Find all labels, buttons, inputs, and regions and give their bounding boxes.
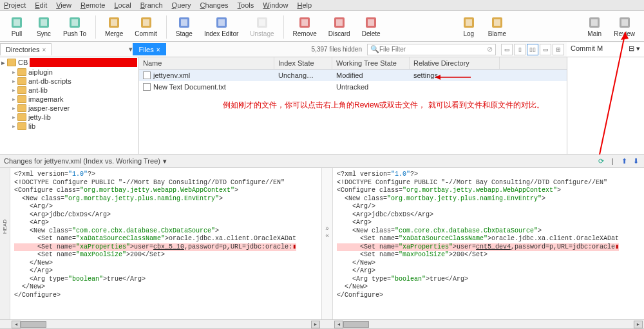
commit-button[interactable]: Commit bbox=[129, 15, 162, 39]
svg-rect-11 bbox=[181, 19, 187, 26]
refresh-icon[interactable]: ⟳ bbox=[596, 156, 605, 165]
view-btn-1[interactable]: ▭ bbox=[501, 44, 513, 55]
commit-panel[interactable] bbox=[567, 57, 644, 154]
svg-rect-7 bbox=[111, 19, 117, 26]
folder-icon bbox=[17, 77, 26, 85]
menu-remote[interactable]: Remote bbox=[80, 1, 106, 9]
diff-header: Changes for jettyenv.xml (Index vs. Work… bbox=[0, 154, 644, 168]
toolbar-label: Unstage bbox=[250, 30, 274, 37]
scrollbar-left[interactable]: ◄► bbox=[10, 319, 321, 328]
merge-button[interactable]: Merge bbox=[100, 15, 128, 39]
column-header[interactable]: Name bbox=[139, 57, 274, 69]
files-panel: NameIndex StateWorking Tree StateRelativ… bbox=[139, 57, 567, 154]
view-btn-2[interactable]: ▯ bbox=[514, 44, 526, 55]
view-btn-3[interactable]: ▯▯ bbox=[527, 44, 538, 55]
view-btn-5[interactable]: ⊞ bbox=[553, 44, 564, 55]
file-row[interactable]: jettyenv.xmlUnchang…Modifiedsettings bbox=[139, 70, 567, 81]
tree-item-ant-db-scripts[interactable]: ▸ant-db-scripts bbox=[0, 77, 138, 86]
menu-project[interactable]: Project bbox=[4, 1, 26, 9]
tree-item-imagemark[interactable]: ▸imagemark bbox=[0, 95, 138, 104]
remove-button[interactable]: Remove bbox=[288, 15, 322, 39]
push-icon bbox=[68, 16, 81, 29]
view-mode-buttons: ▭ ▯ ▯▯ ▭ ⊞ bbox=[498, 44, 567, 55]
tab-directories[interactable]: Directories × bbox=[0, 43, 52, 55]
close-icon[interactable]: × bbox=[156, 46, 160, 53]
menu-query[interactable]: Query bbox=[172, 1, 191, 9]
file-row[interactable]: New Text Document.txtUntracked bbox=[139, 81, 567, 93]
discard-button[interactable]: Discard bbox=[323, 15, 355, 39]
review-button[interactable]: Review bbox=[609, 15, 640, 39]
annotation-text: 例如刚才的文件，你可以点击右上角的Review或双击文件， 就可以看到文件和原文… bbox=[223, 100, 544, 111]
svg-rect-25 bbox=[494, 19, 500, 26]
menu-bar: ProjectEditViewRemoteLocalBranchQueryCha… bbox=[0, 0, 644, 11]
svg-rect-5 bbox=[71, 19, 78, 26]
menu-branch[interactable]: Branch bbox=[140, 1, 163, 9]
toolbar-label: Index Editor bbox=[204, 30, 238, 37]
diff-right-pane[interactable]: <?xml version="1.0"?> <!DOCTYPE Configur… bbox=[333, 168, 644, 319]
tree-item-jetty-lib[interactable]: ▸jetty-lib bbox=[0, 113, 138, 122]
toolbar-label: Commit bbox=[135, 30, 156, 37]
column-header[interactable]: Index State bbox=[274, 57, 332, 69]
close-icon[interactable]: × bbox=[43, 46, 46, 53]
log-button[interactable]: Log bbox=[456, 15, 482, 39]
toolbar-label: Blame bbox=[488, 30, 506, 37]
delete-button[interactable]: Delete bbox=[357, 15, 386, 39]
toolbar-label: Merge bbox=[105, 30, 123, 37]
diff-left-pane[interactable]: <?xml version="1.0"?> <!DOCTYPE Configur… bbox=[10, 168, 321, 319]
scrollbar-right[interactable]: ◄► bbox=[333, 319, 644, 328]
svg-rect-3 bbox=[41, 19, 47, 26]
unstage-button[interactable]: Unstage bbox=[245, 15, 279, 39]
clear-icon[interactable]: ⊘ bbox=[487, 45, 493, 53]
push-to-button[interactable]: Push To bbox=[58, 15, 91, 39]
dropdown-icon[interactable]: ⊟ ▾ bbox=[629, 44, 640, 53]
file-filter-input[interactable] bbox=[379, 46, 487, 53]
menu-tools[interactable]: Tools bbox=[238, 1, 254, 9]
pull-button[interactable]: Pull bbox=[4, 15, 30, 39]
view-btn-4[interactable]: ▭ bbox=[540, 44, 551, 55]
folder-icon bbox=[17, 104, 26, 112]
main-split: ▸CB▸aiplugin▸ant-db-scripts▸ant-lib▸imag… bbox=[0, 57, 644, 154]
file-name: jettyenv.xml bbox=[153, 71, 190, 79]
menu-edit[interactable]: Edit bbox=[35, 1, 47, 9]
next-diff-icon[interactable]: ⬇ bbox=[631, 156, 640, 165]
svg-rect-13 bbox=[218, 19, 225, 26]
menu-window[interactable]: Window bbox=[263, 1, 288, 9]
tree-item-label: lib bbox=[28, 122, 35, 130]
tree-item-ant-lib[interactable]: ▸ant-lib bbox=[0, 86, 138, 95]
tree-item-label: ant-db-scripts bbox=[28, 77, 71, 85]
folder-icon bbox=[17, 122, 26, 130]
tab-directories-label: Directories bbox=[6, 46, 40, 53]
toolbar-label: Stage bbox=[176, 30, 193, 37]
commit-icon bbox=[140, 16, 153, 29]
merge-icon bbox=[108, 16, 120, 29]
main-button[interactable]: Main bbox=[582, 15, 607, 39]
directories-panel[interactable]: ▸CB▸aiplugin▸ant-db-scripts▸ant-lib▸imag… bbox=[0, 57, 139, 154]
stage-button[interactable]: Stage bbox=[171, 15, 198, 39]
tree-root-label: CB bbox=[18, 59, 28, 66]
panel-tab-row: Directories × ▾ Files × 5,397 files hidd… bbox=[0, 42, 644, 57]
sync-button[interactable]: Sync bbox=[31, 15, 57, 39]
tree-item-lib[interactable]: ▸lib bbox=[0, 122, 138, 131]
tree-root[interactable]: ▸CB bbox=[0, 57, 138, 68]
menu-local[interactable]: Local bbox=[114, 1, 131, 9]
index-editor-button[interactable]: Index Editor bbox=[199, 15, 243, 39]
tree-item-aiplugin[interactable]: ▸aiplugin bbox=[0, 68, 138, 77]
file-icon bbox=[143, 71, 151, 79]
dropdown-icon[interactable]: ▾ bbox=[163, 157, 167, 165]
tree-item-label: imagemark bbox=[28, 95, 63, 103]
menu-help[interactable]: Help bbox=[297, 1, 312, 9]
tree-item-jasper-server[interactable]: ▸jasper-server bbox=[0, 104, 138, 113]
tab-files[interactable]: Files × bbox=[133, 43, 166, 55]
menu-changes[interactable]: Changes bbox=[200, 1, 229, 9]
svg-rect-21 bbox=[368, 19, 374, 26]
prev-diff-icon[interactable]: ⬆ bbox=[620, 156, 629, 165]
tree-item-label: jetty-lib bbox=[28, 113, 51, 121]
column-header[interactable]: Relative Directory bbox=[410, 57, 500, 69]
tab-files-label: Files bbox=[138, 46, 153, 53]
stage-icon bbox=[178, 16, 191, 29]
column-header[interactable]: Working Tree State bbox=[332, 57, 410, 69]
menu-view[interactable]: View bbox=[56, 1, 71, 9]
toolbar-label: Main bbox=[587, 30, 601, 37]
file-filter-box[interactable]: 🔍 ⊘ bbox=[367, 44, 496, 55]
blame-button[interactable]: Blame bbox=[483, 15, 511, 39]
